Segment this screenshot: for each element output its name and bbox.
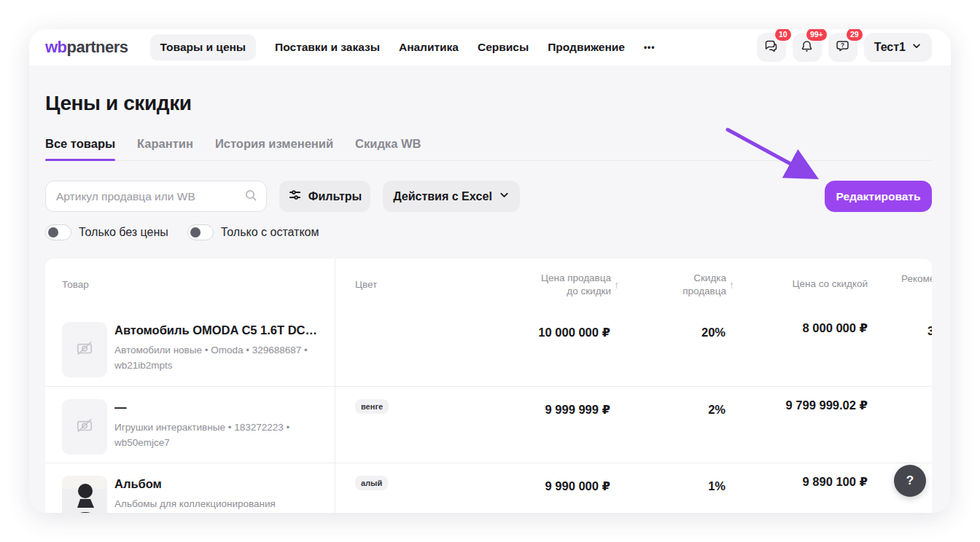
filters-button[interactable]: Фильтры: [279, 181, 370, 212]
notifications-button[interactable]: 99+: [793, 33, 822, 62]
excel-actions-button[interactable]: Действия с Excel: [383, 181, 520, 212]
support-button[interactable]: ? 29: [828, 33, 858, 62]
person-photo: [62, 476, 107, 513]
header-price-before-discount[interactable]: Цена продавца до скидки ↑: [529, 272, 619, 298]
discount-value: 20%: [701, 326, 726, 339]
excel-label: Действия с Excel: [393, 190, 492, 203]
product-subtitle: Альбомы для коллекционирования: [114, 496, 333, 511]
main-nav: Товары и цены Поставки и заказы Аналитик…: [150, 34, 656, 60]
controls-row: Фильтры Действия с Excel Редактировать: [45, 181, 932, 212]
product-title[interactable]: Альбом: [114, 477, 162, 491]
discount-value: 2%: [708, 403, 726, 417]
price-before-value: 10 000 000 ₽: [538, 326, 610, 339]
search-input[interactable]: [56, 190, 244, 203]
account-menu[interactable]: Тест1: [864, 33, 932, 62]
chevron-down-icon: [911, 41, 922, 54]
search-icon: [244, 189, 257, 205]
tab-all-goods[interactable]: Все товары: [45, 137, 115, 151]
sort-asc-icon: ↑: [614, 279, 619, 291]
product-subtitle: Автомобили новые • Omoda • 329688687 • w…: [114, 342, 333, 373]
edit-button[interactable]: Редактировать: [825, 181, 932, 212]
account-name: Тест1: [874, 41, 906, 54]
product-thumbnail: [62, 399, 107, 455]
product-thumbnail: [62, 476, 107, 513]
price-before-value: 9 990 000 ₽: [545, 479, 610, 493]
question-mark-icon: ?: [906, 474, 914, 488]
header-color: Цвет: [355, 279, 377, 290]
table-header: Товар Цвет Цена продавца до скидки ↑ Ски…: [45, 259, 932, 310]
chevron-down-icon: [499, 189, 510, 203]
wbpartners-logo[interactable]: wbpartners: [45, 38, 128, 57]
toggle-only-without-price[interactable]: Только без цены: [45, 224, 168, 240]
toggle-only-with-stock[interactable]: Только с остатком: [187, 224, 319, 240]
chat-badge: 10: [775, 29, 791, 41]
nav-item-supplies-orders[interactable]: Поставки и заказы: [275, 41, 380, 54]
svg-text:?: ?: [841, 41, 844, 48]
toggle-switch-icon[interactable]: [45, 224, 71, 240]
sliders-icon: [288, 188, 302, 205]
price-after-value: 9 799 999.02 ₽: [786, 398, 868, 412]
help-bubble-icon: ?: [835, 39, 850, 57]
table-row[interactable]: — Игрушки интерактивные • 183272223 • wb…: [45, 386, 932, 463]
table-row[interactable]: Альбом Альбомы для коллекционирования ал…: [45, 463, 932, 513]
nav-item-promotion[interactable]: Продвижение: [548, 41, 625, 54]
filters-label: Фильтры: [308, 190, 362, 203]
article-search[interactable]: [45, 181, 267, 212]
table-row[interactable]: Автомобиль OMODA C5 1.6T DC… Автомобили …: [45, 310, 932, 386]
nav-item-analytics[interactable]: Аналитика: [399, 41, 459, 54]
header-product: Товар: [62, 279, 89, 290]
header-seller-discount[interactable]: Скидка продавца ↑: [678, 272, 734, 298]
tab-wb-discount[interactable]: Скидка WB: [355, 137, 421, 151]
toggle-switch-icon[interactable]: [187, 224, 214, 240]
page-title: Цены и скидки: [45, 92, 192, 115]
price-before-value: 9 999 999 ₽: [545, 403, 610, 417]
nav-item-services[interactable]: Сервисы: [478, 41, 529, 54]
discount-value: 1%: [708, 479, 726, 493]
tab-change-history[interactable]: История изменений: [215, 137, 333, 151]
product-title[interactable]: —: [114, 401, 127, 415]
no-photo-icon: [75, 339, 94, 361]
recommended-value: 3: [928, 324, 932, 338]
chat-icon: [763, 39, 779, 57]
price-after-value: 8 000 000 ₽: [803, 321, 868, 335]
tab-quarantine[interactable]: Карантин: [137, 137, 193, 151]
prices-table: Товар Цвет Цена продавца до скидки ↑ Ски…: [45, 259, 932, 513]
app-window: wbpartners Товары и цены Поставки и зака…: [29, 29, 951, 513]
filter-toggles: Только без цены Только с остатком: [45, 224, 319, 240]
header-label: Цена продавца до скидки: [529, 272, 611, 298]
support-badge: 29: [847, 29, 863, 41]
product-title[interactable]: Автомобиль OMODA C5 1.6T DC…: [114, 323, 317, 337]
color-chip: алый: [355, 476, 388, 490]
notifications-badge: 99+: [806, 29, 827, 41]
help-fab[interactable]: ?: [894, 465, 926, 497]
no-photo-icon: [75, 416, 94, 438]
color-chip: венге: [355, 399, 389, 414]
nav-more-button[interactable]: •••: [644, 42, 656, 52]
nav-item-goods-prices[interactable]: Товары и цены: [150, 34, 257, 60]
toggle-label: Только с остатком: [221, 226, 319, 239]
product-subtitle: Игрушки интерактивные • 183272223 • wb50…: [114, 420, 333, 450]
navbar-right: 10 99+ ? 29: [757, 33, 932, 62]
sort-asc-icon: ↑: [729, 279, 734, 291]
header-label: Скидка продавца: [678, 272, 726, 298]
product-thumbnail: [62, 322, 107, 377]
header-price-with-discount: Цена со скидкой: [792, 278, 868, 289]
price-after-value: 9 890 100 ₽: [803, 475, 868, 489]
top-navbar: wbpartners Товары и цены Поставки и зака…: [29, 29, 951, 66]
toggle-label: Только без цены: [79, 226, 168, 239]
logo-partners: partners: [67, 38, 128, 56]
logo-wb: wb: [45, 38, 67, 56]
chat-button[interactable]: 10: [757, 33, 786, 62]
tab-bar: Все товары Карантин История изменений Ск…: [45, 137, 932, 161]
bell-icon: [799, 39, 814, 57]
header-recommended: Рекоме: [901, 273, 932, 284]
